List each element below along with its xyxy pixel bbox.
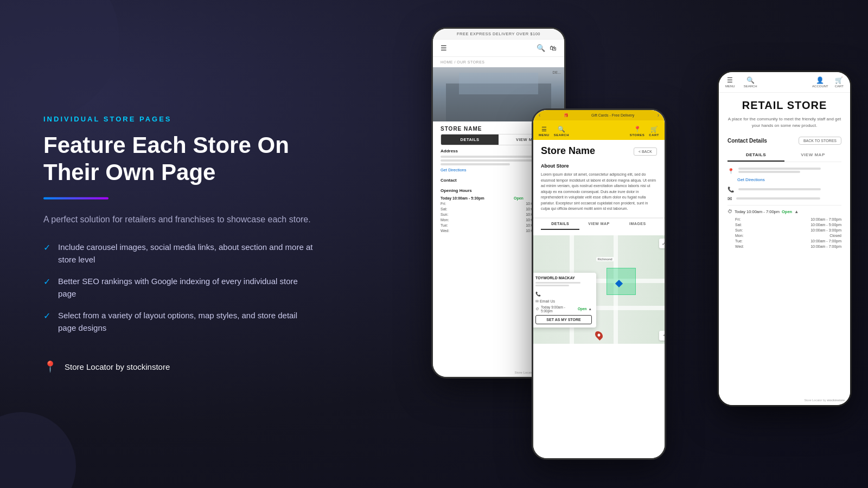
p2-tab-images[interactable]: IMAGES xyxy=(618,219,657,230)
p3-search-icon: 🔍 xyxy=(744,76,757,84)
p3-store-name: RETAIL STORE xyxy=(727,99,841,112)
p3-menu-label: MENU xyxy=(725,85,735,88)
p1-nav-icons: 🔍 🛍 xyxy=(537,44,557,52)
p2-promo-left-arrow[interactable]: ‹ xyxy=(539,112,540,118)
p2-stores-item[interactable]: 📍 STORES xyxy=(630,124,645,137)
p3-divider xyxy=(727,205,841,206)
p2-set-store-btn[interactable]: SET AS MY STORE xyxy=(535,315,592,324)
p2-popup-open-badge: Open xyxy=(578,307,587,311)
p2-search-item[interactable]: 🔍 SEARCH xyxy=(554,124,569,137)
p1-tab-details[interactable]: DETAILS xyxy=(441,134,499,145)
brand-name: Store Locator by stockinstore xyxy=(65,362,170,371)
p1-tue-label: Tue: xyxy=(441,223,448,227)
p3-description: A place for the community to meet the fr… xyxy=(727,116,841,129)
p1-fri-label: Fri: xyxy=(441,202,446,206)
p2-header-left: ☰ MENU 🔍 SEARCH xyxy=(539,124,569,137)
p2-promo-right-arrow[interactable]: › xyxy=(658,112,659,118)
p2-cart-label: CART xyxy=(649,133,659,137)
p3-footer-text: Store Locator by xyxy=(804,399,827,402)
p3-wed-label: Wed: xyxy=(735,245,744,248)
p2-popup-mail-icon: ✉ xyxy=(535,299,539,303)
p2-map-expand-btn-2[interactable]: + xyxy=(659,331,665,341)
p2-back-btn[interactable]: < BACK xyxy=(634,147,657,156)
p3-phone-row: 📞 xyxy=(727,187,841,192)
p3-phone-line xyxy=(738,188,821,190)
p2-popup-line-2 xyxy=(535,285,569,286)
p1-mon-label: Mon: xyxy=(441,218,449,222)
p1-sun-label: Sun: xyxy=(441,213,448,216)
p3-chevron-up: ▲ xyxy=(794,209,799,214)
p2-popup-clock-icon: ⏱ xyxy=(535,307,539,311)
feature-item-1: ✓ Include carousel images, social media … xyxy=(43,241,315,266)
p1-delivery-banner: FREE EXPRESS DELIVERY OVER $100 xyxy=(433,29,564,40)
p2-header-right: 📍 STORES 🛒 CART xyxy=(630,124,659,137)
p3-footer: Store Locator by stockinstore xyxy=(804,399,845,402)
p3-wed-time: 10:00am - 7:00pm xyxy=(810,245,841,248)
p1-menu-icon[interactable]: ☰ xyxy=(441,44,447,52)
p3-email-row: ✉ xyxy=(727,196,841,202)
p3-tab-details[interactable]: DETAILS xyxy=(727,149,784,162)
p2-popup-hours-text: Today 9:00am - 5:00pm xyxy=(541,305,576,313)
check-icon-1: ✓ xyxy=(43,242,50,253)
p3-contact-header: Contact Details BACK TO STORES xyxy=(727,137,841,145)
p1-store-name: STORE NAME xyxy=(441,126,482,132)
p2-map-expand-btn[interactable]: ⤢ xyxy=(659,239,665,248)
p3-nav: ☰ MENU 🔍 SEARCH 👤 ACCOUNT 🛒 C xyxy=(719,72,850,93)
p2-header: ☰ MENU 🔍 SEARCH 📍 STORES 🛒 CA xyxy=(533,120,665,140)
p3-menu-icon: ☰ xyxy=(725,76,735,84)
p3-tue-label: Tue: xyxy=(735,239,743,243)
p3-directions-link[interactable]: Get Directions xyxy=(737,177,841,182)
section-label: INDIVIDUAL STORE PAGES xyxy=(43,115,315,123)
p2-search-label: SEARCH xyxy=(554,133,569,137)
p1-cart-icon[interactable]: 🛍 xyxy=(550,44,557,52)
p2-menu-item[interactable]: ☰ MENU xyxy=(539,124,550,137)
p2-menu-label: MENU xyxy=(539,133,550,137)
feature-text-1: Include carousel images, social media li… xyxy=(58,241,315,266)
p3-email-icon: ✉ xyxy=(727,196,732,202)
phone-right-screen: ☰ MENU 🔍 SEARCH 👤 ACCOUNT 🛒 C xyxy=(719,72,850,405)
p2-content: < BACK Store Name About Store Lorem ipsu… xyxy=(533,140,665,235)
p3-cart-icon: 🛒 xyxy=(835,76,844,84)
p3-cart-item[interactable]: 🛒 CART xyxy=(835,76,844,88)
p2-popup-phone-row: 📞 xyxy=(535,288,592,298)
feature-item-3: ✓ Select from a variety of layout option… xyxy=(43,310,315,334)
p3-address-icon: 📍 xyxy=(727,168,734,174)
p2-tab-map[interactable]: VIEW MAP xyxy=(579,219,618,230)
p2-map-pin-wrapper xyxy=(596,331,602,339)
p1-open-badge: Open xyxy=(514,196,524,200)
p3-sat-time: 10:00am - 5:00pm xyxy=(810,223,841,227)
p3-fri-time: 10:00am - 7:00pm xyxy=(810,217,841,221)
p3-phone-lines xyxy=(738,188,841,191)
p3-back-btn[interactable]: BACK TO STORES xyxy=(799,137,841,145)
p2-popup-email-text[interactable]: Email Us xyxy=(540,299,555,303)
p3-phone-icon: 📞 xyxy=(727,187,734,192)
phone-mid-screen: ‹ 🎁 Gift Cards - Free Delivery › ☰ MENU … xyxy=(533,110,665,458)
p3-menu-item[interactable]: ☰ MENU xyxy=(725,76,735,88)
p2-popup-store-name: TOYWORLD MACKAY xyxy=(535,276,592,280)
p3-search-item[interactable]: 🔍 SEARCH xyxy=(744,76,757,88)
p1-search-icon[interactable]: 🔍 xyxy=(537,44,545,52)
p3-email-lines xyxy=(736,197,841,201)
p3-mon-label: Mon: xyxy=(735,234,744,237)
p2-popup-line-1 xyxy=(535,282,580,284)
p2-lorem-text: Lorem ipsum dolor sit amet, consectetur … xyxy=(541,172,657,212)
p3-hours-today-text: Today 10:00am - 7:00pm xyxy=(735,209,780,214)
p2-promo-text: Gift Cards - Free Delivery xyxy=(591,113,634,117)
p3-tab-map[interactable]: VIEW MAP xyxy=(784,149,841,162)
p3-cart-label: CART xyxy=(835,85,844,88)
p3-hours-today: ⏱ Today 10:00am - 7:00pm Open ▲ xyxy=(727,209,841,214)
p2-map-area: Richmond ⤢ + TOYWORLD MACKAY 📞 xyxy=(533,235,665,344)
p3-sun-time: 10:00am - 3:00pm xyxy=(810,228,841,232)
p2-search-icon: 🔍 xyxy=(558,126,565,132)
p3-nav-left: ☰ MENU 🔍 SEARCH xyxy=(725,76,757,88)
p2-about-label: About Store xyxy=(541,163,657,169)
bg-circle-top-left xyxy=(0,0,119,119)
feature-text-2: Better SEO rankings with Google indexing… xyxy=(58,275,315,300)
p2-tabs: DETAILS VIEW MAP IMAGES xyxy=(533,217,665,230)
p2-cart-item[interactable]: 🛒 CART xyxy=(649,124,659,137)
p2-tab-details[interactable]: DETAILS xyxy=(541,219,579,230)
p3-account-item[interactable]: 👤 ACCOUNT xyxy=(812,76,828,88)
p3-tabs: DETAILS VIEW MAP xyxy=(727,149,841,162)
p1-addr-line-3 xyxy=(441,163,510,165)
p2-popup-hours-row: ⏱ Today 9:00am - 5:00pm Open ▲ xyxy=(535,305,592,313)
